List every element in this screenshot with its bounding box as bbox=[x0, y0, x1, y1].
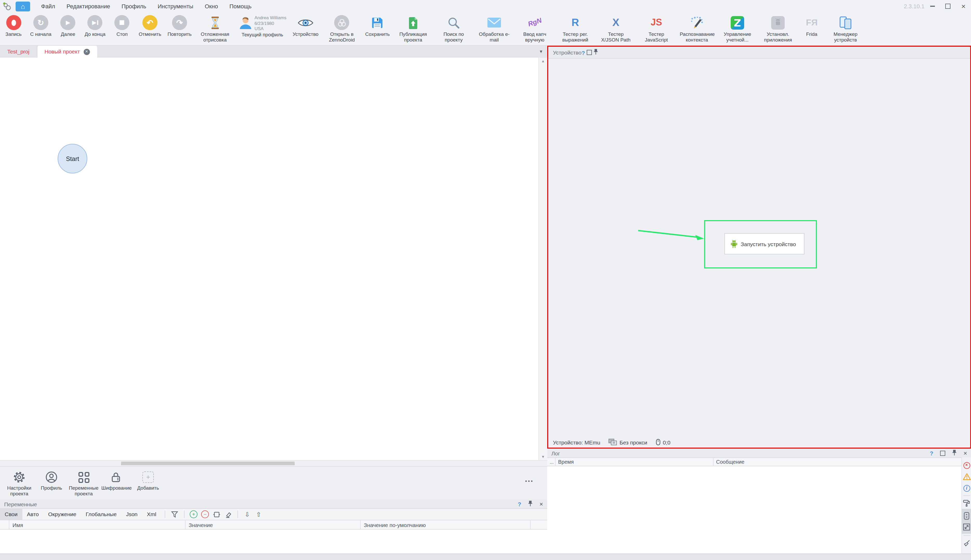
filter-icon[interactable] bbox=[169, 510, 180, 518]
menu-window[interactable]: Окно bbox=[199, 0, 224, 12]
tab-test-proj[interactable]: Test_proj bbox=[0, 46, 37, 58]
maximize-panel-icon[interactable] bbox=[587, 50, 592, 55]
device-button[interactable]: Устройство bbox=[289, 14, 321, 37]
maximize-panel-icon[interactable] bbox=[940, 450, 945, 456]
pin-icon[interactable] bbox=[593, 50, 598, 56]
save-button[interactable]: Сохранить bbox=[362, 14, 393, 37]
project-settings-button[interactable]: Настройки проекта bbox=[3, 470, 35, 497]
close-icon[interactable]: × bbox=[540, 501, 543, 507]
menu-help[interactable]: Помощь bbox=[224, 0, 257, 12]
column-default-value[interactable]: Значение по-умолчанию bbox=[361, 520, 531, 529]
home-button[interactable]: ⌂ bbox=[16, 1, 30, 11]
account-management-button[interactable]: Управление учетной... bbox=[717, 14, 758, 43]
xjson-tester-button[interactable]: X Тестер X/JSON Path bbox=[595, 14, 636, 43]
move-down-icon[interactable]: ⇩ bbox=[241, 510, 253, 518]
device-panel-title: Устройство bbox=[553, 49, 582, 55]
install-apps-button[interactable]: Установл. приложения bbox=[758, 14, 798, 43]
column-dots[interactable]: ... bbox=[547, 458, 555, 466]
email-processing-button[interactable]: Обработка e-mail bbox=[474, 14, 515, 43]
regex-tester-button[interactable]: R Тестер рег. выражений bbox=[555, 14, 595, 43]
vars-tab-xml[interactable]: Xml bbox=[142, 509, 161, 520]
close-button[interactable]: × bbox=[956, 0, 971, 12]
info-filter-icon[interactable]: i bbox=[962, 482, 971, 494]
js-tester-button[interactable]: JS Тестер JavaScript bbox=[636, 14, 677, 43]
record-button[interactable]: Запись bbox=[0, 14, 27, 37]
restart-button[interactable]: ↻ С начала bbox=[27, 14, 55, 37]
frame-icon[interactable] bbox=[211, 510, 222, 518]
log-table-header: ... Время Сообщение bbox=[547, 458, 971, 466]
vars-tab-own[interactable]: Свои bbox=[0, 509, 22, 520]
account-management-icon bbox=[730, 14, 744, 31]
project-variables-button[interactable]: Переменные проекта bbox=[68, 470, 100, 497]
profile-button[interactable]: Профиль bbox=[35, 470, 68, 491]
scrollbar-thumb[interactable] bbox=[121, 462, 295, 465]
tab-close-icon[interactable]: × bbox=[84, 48, 90, 55]
errors-filter-icon[interactable]: × bbox=[962, 460, 971, 471]
vars-tab-environment[interactable]: Окружение bbox=[43, 509, 81, 520]
clear-log-icon[interactable] bbox=[962, 537, 971, 549]
column-name[interactable]: Имя bbox=[9, 520, 186, 529]
current-profile-button[interactable]: Andrea Williams 6/23/1980 USA Текущий пр… bbox=[235, 14, 289, 37]
paint-roller-icon[interactable] bbox=[962, 497, 971, 509]
add-button[interactable]: + Добавить bbox=[132, 470, 164, 491]
help-icon[interactable]: ? bbox=[582, 50, 585, 56]
vars-tab-auto[interactable]: Авто bbox=[22, 509, 43, 520]
proxy-status[interactable]: Без прокси bbox=[608, 438, 647, 446]
vars-tab-json[interactable]: Json bbox=[121, 509, 142, 520]
column-time[interactable]: Время bbox=[555, 458, 714, 466]
scroll-up-icon[interactable]: ▲ bbox=[541, 59, 545, 63]
pin-icon[interactable] bbox=[528, 500, 533, 508]
project-search-button[interactable]: Поиск по проекту bbox=[433, 14, 474, 43]
search-icon bbox=[448, 14, 460, 31]
menu-profile[interactable]: Профиль bbox=[116, 0, 152, 12]
autoscroll-icon[interactable] bbox=[962, 510, 971, 521]
column-message[interactable]: Сообщение bbox=[714, 458, 960, 466]
help-icon[interactable]: ? bbox=[518, 501, 521, 507]
avatar bbox=[238, 15, 252, 31]
frida-button[interactable]: FЯ Frida bbox=[798, 14, 825, 37]
menu-file[interactable]: Файл bbox=[35, 0, 61, 12]
tablist-dropdown-icon[interactable]: ▼ bbox=[539, 46, 543, 58]
restore-button[interactable] bbox=[940, 0, 956, 12]
proxy-icon bbox=[608, 438, 617, 446]
column-value[interactable]: Значение bbox=[186, 520, 361, 529]
canvas-horizontal-scrollbar[interactable] bbox=[0, 460, 547, 466]
add-variable-icon[interactable]: + bbox=[188, 510, 199, 518]
remove-variable-icon[interactable]: − bbox=[199, 510, 211, 518]
tab-new-project[interactable]: Новый проект × bbox=[37, 46, 97, 58]
minimize-button[interactable] bbox=[924, 0, 940, 12]
deferred-drawing-button[interactable]: Отложенная отрисовка bbox=[195, 14, 235, 43]
menu-edit[interactable]: Редактирование bbox=[61, 0, 116, 12]
eraser-icon[interactable] bbox=[222, 510, 234, 518]
step-button[interactable]: ▶ Далее bbox=[55, 14, 82, 37]
more-options-icon[interactable]: ••• bbox=[525, 478, 534, 484]
redo-button[interactable]: ↷ Повторить bbox=[164, 14, 195, 37]
menu-tools[interactable]: Инструменты bbox=[152, 0, 199, 12]
encryption-button[interactable]: Шифрование bbox=[100, 470, 132, 491]
run-to-end-button[interactable]: ▶ До конца bbox=[82, 14, 109, 37]
open-in-zennodroid-button[interactable]: Открыть в ZennoDroid bbox=[322, 14, 362, 43]
warnings-filter-icon[interactable] bbox=[962, 471, 971, 482]
resize-icon[interactable] bbox=[962, 521, 971, 533]
frida-icon: FЯ bbox=[806, 14, 817, 31]
stop-button[interactable]: Стоп bbox=[109, 14, 135, 37]
scroll-down-icon[interactable]: ▼ bbox=[541, 455, 545, 458]
context-recognition-button[interactable]: Распознавание контекста bbox=[677, 14, 717, 43]
move-up-icon[interactable]: ⇧ bbox=[253, 510, 264, 518]
pin-icon[interactable] bbox=[952, 449, 957, 457]
launch-device-button[interactable]: Запустить устройство bbox=[724, 233, 804, 255]
publish-project-button[interactable]: Публикация проекта bbox=[393, 14, 433, 43]
skip-end-icon: ▶ bbox=[88, 14, 103, 31]
manual-captcha-button[interactable]: RgN Ввод капч вручную bbox=[515, 14, 555, 43]
device-panel: Устройство ? Запустить устройство bbox=[547, 46, 971, 448]
flow-canvas[interactable]: Start ▲ ▼ bbox=[0, 58, 547, 460]
undo-button[interactable]: ↶ Отменить bbox=[135, 14, 164, 37]
canvas-vertical-scrollbar[interactable]: ▲ ▼ bbox=[538, 58, 547, 460]
vars-tab-global[interactable]: Глобальные bbox=[81, 509, 121, 520]
help-icon[interactable]: ? bbox=[930, 450, 933, 456]
close-icon[interactable]: × bbox=[963, 450, 967, 456]
log-table-body[interactable] bbox=[547, 466, 971, 553]
device-manager-button[interactable]: Менеджер устройств bbox=[825, 14, 866, 43]
start-node[interactable]: Start bbox=[58, 144, 87, 173]
variables-table-body[interactable] bbox=[0, 530, 547, 556]
